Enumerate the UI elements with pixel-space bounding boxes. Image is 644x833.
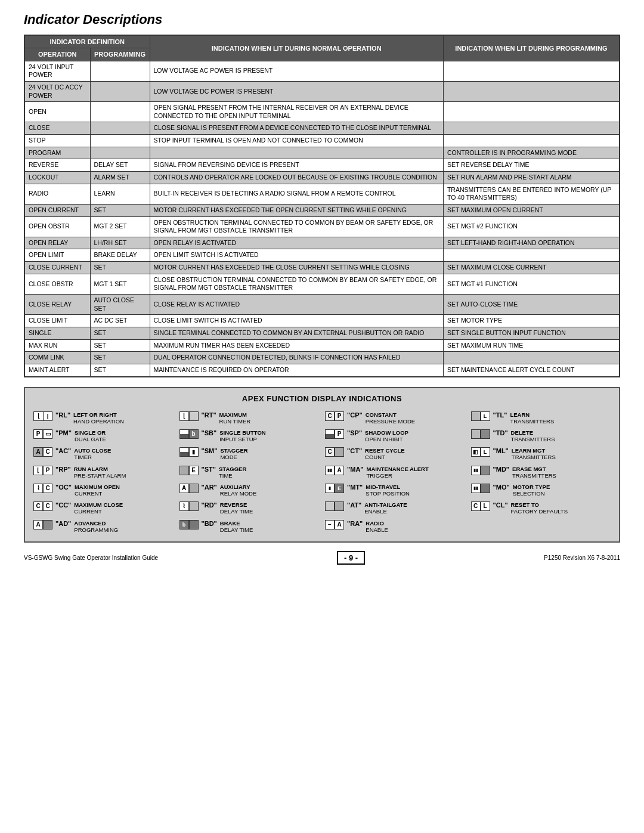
- apex-item: A "AR" AUXILIARY RELAY MODE: [179, 484, 320, 497]
- apex-code: "AD": [55, 520, 71, 527]
- apex-label2: MODE: [220, 454, 247, 460]
- apex-item: P "SP" SHADOW LOOP OPEN INHIBIT: [325, 429, 465, 442]
- programming-cell: [90, 122, 150, 135]
- prog-desc-cell: SET RUN ALARM AND PRE-START ALARM: [443, 172, 620, 184]
- apex-item: ▮ "SM" STAGGER MODE: [179, 447, 320, 460]
- programming-cell: SET: [90, 204, 150, 216]
- apex-code: "SP": [347, 429, 362, 436]
- prog-desc-cell: [443, 81, 620, 101]
- programming-cell: LEARN: [90, 184, 150, 204]
- prog-desc-cell: SET MGT #1 FUNCTION: [443, 274, 620, 294]
- prog-desc-cell: [443, 352, 620, 364]
- programming-cell: LH/RH SET: [90, 237, 150, 249]
- apex-label2: SELECTION: [513, 490, 550, 497]
- apex-item: ⌇C "OC" MAXIMUM OPEN CURRENT: [33, 484, 174, 497]
- apex-label2: PRE-START ALARM: [74, 472, 126, 479]
- programming-cell: MGT 1 SET: [90, 274, 150, 294]
- apex-label1: RESET CYCLE: [365, 447, 405, 454]
- normal-op-cell: OPEN RELAY IS ACTIVATED: [150, 237, 443, 249]
- normal-op-cell: OPEN SIGNAL PRESENT FROM THE INTERNAL RE…: [150, 102, 443, 122]
- apex-label1: RUN ALARM: [74, 466, 126, 472]
- prog-desc-cell: SET MAXIMUM OPEN CURRENT: [443, 204, 620, 216]
- apex-symbol: AC: [33, 447, 52, 457]
- apex-code: "RT": [202, 411, 216, 419]
- indicator-table: INDICATOR DEFINITION INDICATION WHEN LIT…: [24, 35, 620, 377]
- apex-code: "TD": [493, 429, 508, 436]
- apex-symbol: ▮▮: [471, 466, 490, 475]
- apex-item: ⌊P "RP" RUN ALARM PRE-START ALARM: [33, 466, 174, 479]
- prog-desc-cell: SET MAINTENANCE ALERT CYCLE COUNT: [443, 364, 620, 376]
- operation-cell: CLOSE CURRENT: [24, 262, 90, 274]
- apex-label2: FACTORY DEFAULTS: [511, 508, 568, 515]
- apex-label2: PROGRAMMING: [74, 527, 118, 533]
- apex-label1: SINGLE BUTTON: [219, 429, 265, 436]
- table-row: REVERSEDELAY SETSIGNAL FROM REVERSING DE…: [24, 159, 620, 172]
- apex-label1: MOTOR TYPE: [513, 484, 550, 490]
- normal-op-cell: SIGNAL FROM REVERSING DEVICE IS PRESENT: [150, 159, 443, 172]
- col-normal-header: INDICATION WHEN LIT DURING NORMAL OPERAT…: [150, 35, 443, 61]
- apex-label2: TRANSMITTERS: [512, 454, 556, 460]
- apex-label1: LEFT OR RIGHT: [73, 411, 124, 418]
- col-prog-header: INDICATION WHEN LIT DURING PROGRAMMING: [443, 35, 620, 61]
- apex-item: b "SB" SINGLE BUTTON INPUT SETUP: [179, 429, 320, 442]
- apex-label2: TIME: [219, 472, 246, 479]
- apex-label2: COUNT: [365, 454, 405, 460]
- normal-op-cell: [150, 147, 443, 159]
- apex-label1: MAXIMUM: [219, 411, 251, 418]
- apex-code: "BD": [202, 520, 217, 527]
- table-row: OPEN LIMITBRAKE DELAYOPEN LIMIT SWITCH I…: [24, 249, 620, 262]
- apex-item: E "ST" STAGGER TIME: [179, 466, 320, 479]
- apex-item: A "AD" ADVANCED PROGRAMMING: [33, 520, 174, 533]
- apex-code: "CP": [347, 411, 363, 419]
- apex-label1: RADIO: [366, 520, 388, 527]
- table-row: CLOSE CURRENTSETMOTOR CURRENT HAS EXCEED…: [24, 262, 620, 274]
- apex-label1: LEARN: [510, 411, 554, 418]
- normal-op-cell: CONTROLS AND OPERATOR ARE LOCKED OUT BEC…: [150, 172, 443, 184]
- normal-op-cell: SINGLE TERMINAL CONNECTED TO COMMON BY A…: [150, 327, 443, 339]
- programming-cell: [90, 135, 150, 147]
- apex-label1: REVERSE: [220, 501, 253, 508]
- footer-right: P1250 Revision X6 7-8-2011: [544, 555, 620, 561]
- apex-title: APEX FUNCTION DISPLAY INDICATIONS: [33, 394, 611, 403]
- apex-label2: HAND OPERATION: [73, 418, 124, 425]
- apex-symbol: A: [179, 484, 199, 493]
- apex-symbol: ▮E: [325, 484, 344, 493]
- operation-cell: OPEN LIMIT: [24, 249, 90, 262]
- normal-op-cell: CLOSE LIMIT SWITCH IS ACTIVATED: [150, 315, 443, 327]
- prog-desc-cell: SET MAXIMUM CLOSE CURRENT: [443, 262, 620, 274]
- operation-cell: PROGRAM: [24, 147, 90, 159]
- apex-code: "MA": [347, 466, 364, 473]
- table-row: STOPSTOP INPUT TERMINAL IS OPEN AND NOT …: [24, 135, 620, 147]
- apex-item: P▭ "PM" SINGLE OR DUAL GATE: [33, 429, 174, 442]
- apex-code: "SB": [202, 429, 217, 436]
- programming-cell: SET: [90, 339, 150, 352]
- programming-cell: SET: [90, 327, 150, 339]
- apex-code: "AC": [55, 447, 71, 454]
- apex-item: b "BD" BRAKE DELAY TIME: [179, 520, 320, 533]
- normal-op-cell: MAXIMUM RUN TIMER HAS BEEN EXCEEDED: [150, 339, 443, 352]
- apex-label2: ENABLE: [364, 508, 407, 515]
- apex-symbol: ⌇: [179, 501, 199, 511]
- prog-desc-cell: SET AUTO-CLOSE TIME: [443, 295, 620, 315]
- operation-cell: STOP: [24, 135, 90, 147]
- apex-symbol: ⌊|: [33, 411, 52, 421]
- operation-cell: 24 VOLT INPUT POWER: [24, 61, 90, 81]
- apex-label1: MAXIMUM CLOSE: [74, 501, 123, 508]
- prog-desc-cell: [443, 61, 620, 81]
- operation-cell: OPEN RELAY: [24, 237, 90, 249]
- apex-item: ◧L "ML" LEARN MGT TRANSMITTERS: [471, 447, 611, 460]
- apex-code: "AT": [347, 501, 361, 509]
- col-operation-header: OPERATION: [24, 48, 90, 61]
- apex-label2: TIMER: [74, 454, 111, 460]
- prog-desc-cell: SET SINGLE BUTTON INPUT FUNCTION: [443, 327, 620, 339]
- apex-item: ⌇ "RD" REVERSE DELAY TIME: [179, 501, 320, 515]
- apex-label2: TRANSMITTERS: [510, 418, 554, 425]
- table-body: 24 VOLT INPUT POWERLOW VOLTAGE AC POWER …: [24, 61, 620, 376]
- page-footer: VS-GSWG Swing Gate Operator Installation…: [24, 551, 620, 565]
- apex-code: "MO": [493, 484, 510, 491]
- apex-label2: CURRENT: [74, 508, 123, 515]
- table-row: CLOSE OBSTRMGT 1 SETCLOSE OBSTRUCTION TE…: [24, 274, 620, 294]
- apex-code: "RD": [202, 501, 217, 509]
- apex-symbol: −A: [325, 520, 344, 529]
- normal-op-cell: OPEN OBSTRUCTION TERMINAL CONNECTED TO C…: [150, 216, 443, 237]
